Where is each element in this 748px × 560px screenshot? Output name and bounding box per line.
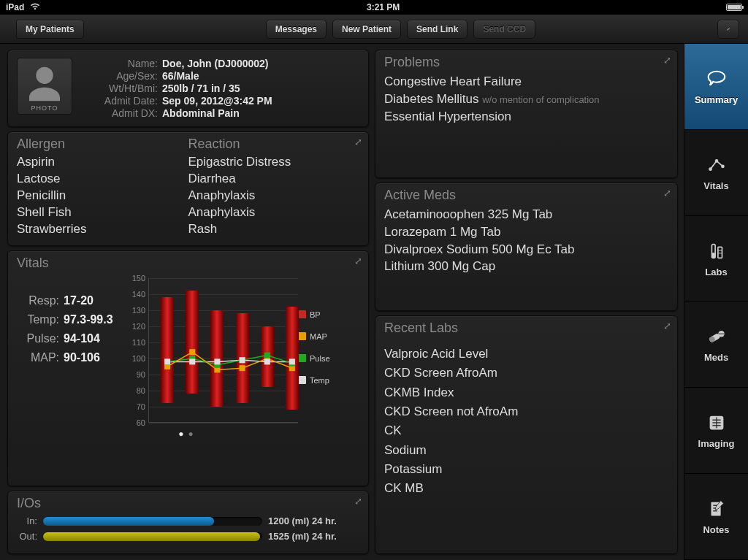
svg-rect-10 [264,352,270,358]
compose-button[interactable] [717,20,739,39]
ios-panel[interactable]: ⤢ I/Os In: 1200 (ml) 24 hr. Out: 1525 (m… [7,491,369,554]
sidebar-tab-vitals[interactable]: Vitals [684,130,748,216]
io-out-label: Out: [17,531,37,542]
reaction-cell: Anaphylaxis [188,188,360,204]
patient-avatar: PHOTO [17,58,72,115]
vitals-legend: BP MAP Pulse Temp [298,274,336,427]
top-nav-bar: My Patients Messages New Patient Send Li… [0,15,748,44]
new-patient-button[interactable]: New Patient [332,20,401,39]
problems-panel[interactable]: ⤢ Problems Congestive Heart Failure Diab… [375,50,678,178]
label-wthtbmi: Wt/Ht/Bmi: [81,83,158,94]
expand-icon[interactable]: ⤢ [663,55,671,66]
svg-rect-17 [289,358,295,364]
recent-labs-title: Recent Labs [384,321,668,336]
active-meds-panel[interactable]: ⤢ Active Meds Acetaminooophen 325 Mg Tab… [375,183,678,311]
sidebar-tab-notes[interactable]: Notes [684,474,748,560]
avatar-label: PHOTO [31,104,58,114]
sidebar-label-meds: Meds [704,352,728,363]
wifi-icon [30,2,40,12]
label-temp: Temp: [20,313,59,326]
pager-dots[interactable]: ●● [17,429,359,439]
lab-item: CK [384,421,668,440]
device-label: iPad [6,2,24,12]
svg-rect-22 [711,252,715,258]
lab-item: CK MB [384,479,668,498]
value-pulse: 94-104 [64,332,100,345]
problem-item: Congestive Heart Failure [384,73,668,91]
sidebar-tab-labs[interactable]: Labs [684,216,748,302]
legend-temp: Temp [310,376,329,385]
sidebar-tab-meds[interactable]: Meds [684,302,748,388]
vitals-chart[interactable]: 60708090100110120130140150 [126,274,298,427]
med-item: Divalproex Sodium 500 Mg Ec Tab [384,241,668,258]
messages-button[interactable]: Messages [266,20,327,39]
expand-icon[interactable]: ⤢ [663,188,671,199]
value-resp: 17-20 [64,294,94,307]
vitals-title: Vitals [17,256,359,271]
vitals-panel[interactable]: ⤢ Vitals Resp:17-20 Temp:97.3-99.3 Pulse… [7,250,369,486]
person-icon [23,64,66,104]
allergies-panel[interactable]: ⤢ AllergenReactionAspirinEpigastric Dist… [7,131,369,246]
expand-icon[interactable]: ⤢ [354,256,362,266]
recent-labs-panel[interactable]: ⤢ Recent Labs Valproic Acid LevelCKD Scr… [375,315,678,554]
vitals-icon [704,154,729,176]
allergen-cell: Shell Fish [17,204,188,221]
notes-icon [704,498,729,520]
clock: 3:21 PM [367,2,400,12]
io-out-row: Out: 1525 (ml) 24 hr. [17,531,359,542]
sidebar-label-imaging: Imaging [698,438,735,449]
active-meds-title: Active Meds [384,188,668,203]
med-item: Lorazepam 1 Mg Tab [384,223,668,241]
problem-item: Essential Hypertension [384,108,668,126]
legend-map: MAP [310,332,327,341]
compose-icon [727,23,730,35]
reaction-cell: Diarrhea [188,171,360,188]
lab-item: CKD Screen AfroAm [384,364,668,383]
label-map: MAP: [20,351,59,364]
expand-icon[interactable]: ⤢ [354,496,362,507]
allergen-cell: Penicillin [17,188,188,204]
legend-pulse: Pulse [310,354,330,363]
med-item: Acetaminooophen 325 Mg Tab [384,206,668,223]
reaction-cell: Anaphylaxis [188,204,360,221]
sidebar-label-notes: Notes [703,524,729,535]
label-resp: Resp: [20,294,59,307]
lab-item: Valproic Acid Level [384,345,668,364]
sidebar-tab-imaging[interactable]: Imaging [684,388,748,474]
value-admitdx: Abdominal Pain [162,107,359,119]
imaging-icon [704,412,729,434]
send-link-button[interactable]: Send Link [407,20,468,39]
svg-rect-13 [189,358,195,364]
patient-header-panel: PHOTO Name: Doe, John (DJ000002) Age/Sex… [7,50,369,127]
lab-item: Potassium [384,460,668,479]
label-admitdx: Admit DX: [81,107,158,119]
expand-icon[interactable]: ⤢ [663,321,671,331]
io-in-row: In: 1200 (ml) 24 hr. [17,515,359,526]
sidebar-tab-summary[interactable]: Summary [684,44,748,130]
expand-icon[interactable]: ⤢ [354,137,362,147]
problems-title: Problems [384,55,668,70]
reaction-header: Reaction [188,137,360,154]
value-admitdate: Sep 09, 2012@3:42 PM [162,95,359,107]
legend-bp: BP [310,310,321,319]
io-in-label: In: [17,515,37,526]
value-name: Doe, John (DJ000002) [162,58,359,69]
svg-rect-16 [264,358,270,364]
labs-icon [704,240,729,262]
svg-rect-3 [240,365,245,371]
lab-item: CKMB Index [384,383,668,402]
vitals-readouts: Resp:17-20 Temp:97.3-99.3 Pulse:94-104 M… [17,274,119,427]
send-ccd-button[interactable]: Send CCD [473,20,535,39]
value-map: 90-106 [64,351,100,364]
label-agesex: Age/Sex: [81,70,158,82]
allergen-cell: Lactose [17,171,188,188]
patient-fields: Name: Doe, John (DJ000002) Age/Sex: 66/M… [81,58,359,119]
back-button[interactable]: My Patients [16,20,84,39]
lasso-icon [704,68,729,90]
reaction-cell: Epigastric Distress [188,154,360,171]
problem-item: Diabetes Mellitus w/o mention of complic… [384,91,668,108]
label-admitdate: Admit Date: [81,95,158,107]
sidebar-label-vitals: Vitals [703,180,728,191]
io-out-value: 1525 (ml) 24 hr. [268,531,337,542]
svg-rect-14 [214,358,220,364]
